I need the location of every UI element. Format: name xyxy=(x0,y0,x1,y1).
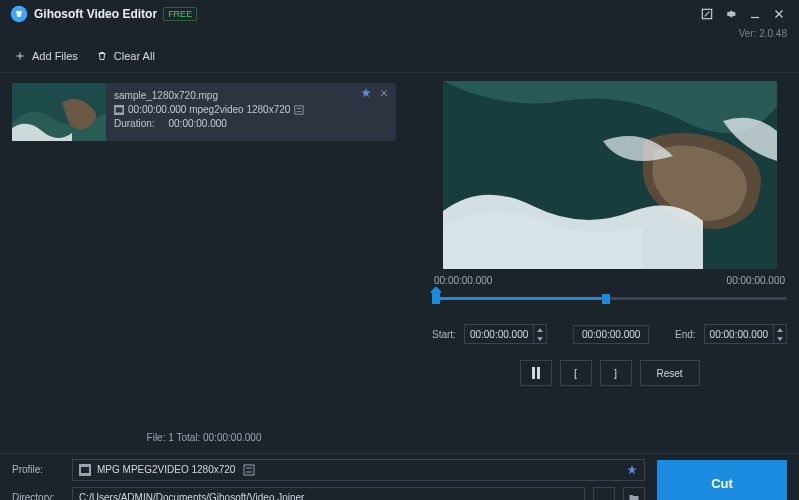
app-logo-icon xyxy=(10,5,28,23)
file-info: 00:00:00.000 mpeg2video 1280x720 xyxy=(128,103,290,117)
minimize-button[interactable] xyxy=(743,2,767,26)
file-name: sample_1280x720.mpg xyxy=(114,89,304,103)
time-current: 00:00:00.000 xyxy=(434,275,492,286)
settings-button[interactable] xyxy=(719,2,743,26)
file-list-panel: sample_1280x720.mpg 00:00:00.000 mpeg2vi… xyxy=(0,73,404,453)
file-thumbnail xyxy=(12,83,106,141)
clear-all-label: Clear All xyxy=(114,50,155,62)
profile-label: Profile: xyxy=(12,464,64,475)
pause-button[interactable] xyxy=(520,360,552,386)
profile-select[interactable]: MPG MPEG2VIDEO 1280x720 xyxy=(72,459,645,481)
trim-start-handle[interactable] xyxy=(432,294,440,304)
reset-button[interactable]: Reset xyxy=(640,360,700,386)
trash-icon xyxy=(96,50,108,62)
remove-file-icon[interactable] xyxy=(378,87,390,99)
toolbar: Add Files Clear All xyxy=(0,39,799,73)
directory-label: Directory: xyxy=(12,492,64,500)
spin-down-icon[interactable] xyxy=(774,334,786,343)
version-label: Ver: 2.0.48 xyxy=(0,28,799,39)
titlebar: Gihosoft Video Editor FREE xyxy=(0,0,799,28)
bottom-bar: Profile: MPG MPEG2VIDEO 1280x720 Directo… xyxy=(0,453,799,500)
favorite-icon[interactable] xyxy=(626,464,638,476)
browse-button[interactable]: … xyxy=(593,487,615,501)
start-time-input[interactable]: 00:00:00.000 xyxy=(464,324,547,344)
help-button[interactable] xyxy=(695,2,719,26)
video-format-icon xyxy=(114,105,124,115)
plus-icon xyxy=(14,50,26,62)
video-format-icon xyxy=(79,464,91,476)
duration-value: 00:00:00.000 xyxy=(168,118,226,129)
clear-all-button[interactable]: Clear All xyxy=(96,50,155,62)
svg-rect-10 xyxy=(295,106,303,114)
trim-slider[interactable] xyxy=(432,288,787,310)
bracket-start-button[interactable]: [ xyxy=(560,360,592,386)
svg-rect-16 xyxy=(532,367,535,379)
free-badge: FREE xyxy=(163,7,197,21)
spin-down-icon[interactable] xyxy=(534,334,546,343)
close-button[interactable] xyxy=(767,2,791,26)
add-files-button[interactable]: Add Files xyxy=(14,50,78,62)
svg-rect-9 xyxy=(116,108,123,113)
file-item[interactable]: sample_1280x720.mpg 00:00:00.000 mpeg2vi… xyxy=(12,83,396,141)
cut-button[interactable]: Cut xyxy=(657,460,787,500)
start-label: Start: xyxy=(432,329,456,340)
directory-input[interactable]: C:/Users/ADMIN/Documents/Gihosoft/Video … xyxy=(72,487,585,501)
bracket-end-button[interactable]: ] xyxy=(600,360,632,386)
spin-up-icon[interactable] xyxy=(774,325,786,334)
settings-small-icon[interactable] xyxy=(243,464,255,476)
duration-label: Duration: xyxy=(114,118,155,129)
add-files-label: Add Files xyxy=(32,50,78,62)
end-label: End: xyxy=(675,329,696,340)
app-title: Gihosoft Video Editor xyxy=(34,7,157,21)
preview-panel: 00:00:00.000 00:00:00.000 Start: 00:00:0… xyxy=(404,73,799,453)
svg-rect-17 xyxy=(537,367,540,379)
settings-small-icon[interactable] xyxy=(294,105,304,115)
filelist-footer: File: 1 Total: 00:00:00.000 xyxy=(12,424,396,453)
end-time-input[interactable]: 00:00:00.000 xyxy=(704,324,787,344)
trim-end-handle[interactable] xyxy=(602,294,610,304)
svg-rect-20 xyxy=(244,465,254,475)
svg-rect-19 xyxy=(81,467,89,473)
time-total: 00:00:00.000 xyxy=(727,275,785,286)
video-preview[interactable] xyxy=(443,81,777,269)
open-folder-button[interactable] xyxy=(623,487,645,501)
spin-up-icon[interactable] xyxy=(534,325,546,334)
favorite-icon[interactable] xyxy=(360,87,372,99)
duration-display: 00:00:00.000 xyxy=(573,325,649,344)
